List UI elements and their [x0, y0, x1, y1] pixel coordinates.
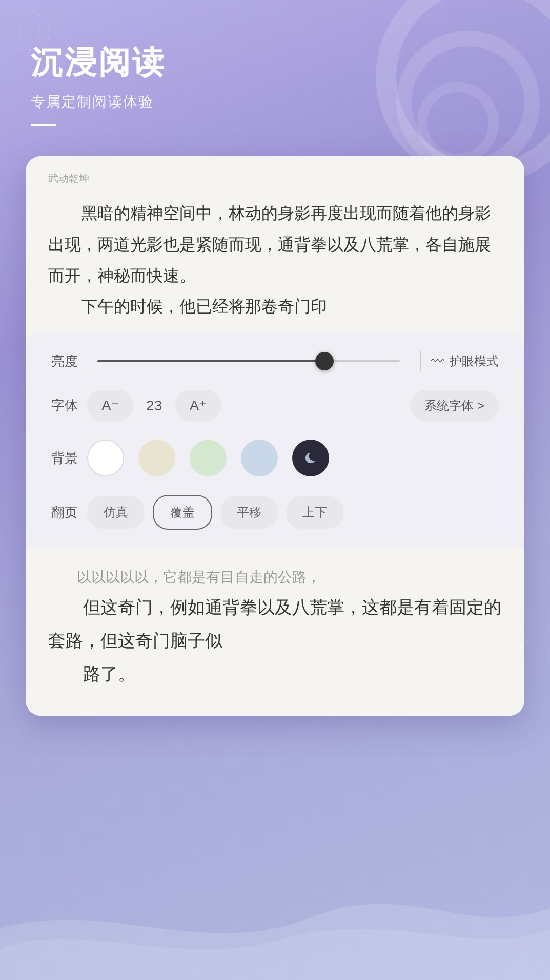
font-controls: A⁻ 23 A⁺ 系统字体 >: [87, 390, 499, 421]
slider-thumb[interactable]: [315, 352, 334, 370]
bottom-wave-decoration: [0, 878, 550, 980]
page-options: 仿真 覆盖 平移 上下: [87, 495, 499, 530]
bg-label: 背景: [51, 449, 87, 467]
font-size-display: 23: [141, 398, 167, 414]
page-label: 翻页: [51, 504, 87, 522]
sub-title: 专属定制阅读体验: [31, 92, 519, 112]
bg-white-option[interactable]: [87, 440, 124, 476]
reader-paragraph-1: 黑暗的精神空间中，林动的身影再度出现而随着他的身影出现，两道光影也是紧随而现，通…: [48, 198, 502, 291]
font-decrease-button[interactable]: A⁻: [87, 390, 133, 421]
brightness-label: 亮度: [51, 352, 87, 370]
eye-icon: 〰: [431, 353, 444, 369]
page-turn-row: 翻页 仿真 覆盖 平移 上下: [51, 495, 499, 530]
font-family-button[interactable]: 系统字体 >: [410, 390, 499, 421]
font-label: 字体: [51, 397, 87, 414]
title-divider: [31, 124, 56, 126]
bottom-reader-text: 以以以以以，它都是有目自走的公路， 但这奇门，例如通背拳以及八荒掌，这都是有着固…: [48, 564, 502, 690]
eye-mode-label: 护眼模式: [450, 353, 499, 369]
background-row: 背景: [51, 440, 499, 476]
moon-icon: [302, 450, 319, 466]
book-title: 武动乾坤: [48, 172, 502, 185]
slider-track[interactable]: [97, 360, 400, 362]
page-btn-cover[interactable]: 覆盖: [153, 495, 212, 530]
bg-green-option[interactable]: [190, 440, 227, 476]
font-increase-button[interactable]: A⁺: [175, 390, 221, 421]
blur-line: 以以以以以，它都是有目自走的公路，: [48, 564, 502, 591]
page-btn-vertical[interactable]: 上下: [286, 496, 343, 529]
page-btn-slide[interactable]: 平移: [220, 496, 278, 529]
bg-options: [87, 440, 499, 476]
font-row: 字体 A⁻ 23 A⁺ 系统字体 >: [51, 390, 499, 421]
brightness-row: 亮度 〰 护眼模式: [51, 351, 499, 371]
reader-content-top: 武动乾坤 黑暗的精神空间中，林动的身影再度出现而随着他的身影出现，两道光影也是紧…: [26, 156, 524, 332]
brightness-slider-container[interactable]: [97, 360, 400, 362]
eye-mode[interactable]: 〰 护眼模式: [431, 353, 499, 369]
page-btn-simulate[interactable]: 仿真: [87, 496, 145, 529]
slider-fill: [97, 360, 324, 362]
bg-dark-option[interactable]: [292, 440, 329, 476]
bg-beige-option[interactable]: [138, 440, 175, 476]
bottom-paragraph-2: 路了。: [48, 657, 502, 691]
reader-paragraph-2: 下午的时候，他已经将那卷奇门印: [48, 291, 502, 322]
bg-blue-option[interactable]: [241, 440, 278, 476]
bottom-paragraph-1: 但这奇门，例如通背拳以及八荒掌，这都是有着固定的套路，但这奇门脑子似: [48, 591, 502, 657]
divider-vertical: [420, 351, 421, 371]
main-title: 沉浸阅读: [31, 41, 519, 84]
settings-panel: 亮度 〰 护眼模式 字体 A⁻ 23: [26, 332, 524, 548]
reader-text-main: 黑暗的精神空间中，林动的身影再度出现而随着他的身影出现，两道光影也是紧随而现，通…: [48, 198, 502, 322]
bottom-reader: 以以以以以，它都是有目自走的公路， 但这奇门，例如通背拳以及八荒掌，这都是有着固…: [26, 548, 524, 716]
reader-card: 武动乾坤 黑暗的精神空间中，林动的身影再度出现而随着他的身影出现，两道光影也是紧…: [26, 156, 524, 716]
header: 沉浸阅读 专属定制阅读体验: [0, 0, 550, 146]
